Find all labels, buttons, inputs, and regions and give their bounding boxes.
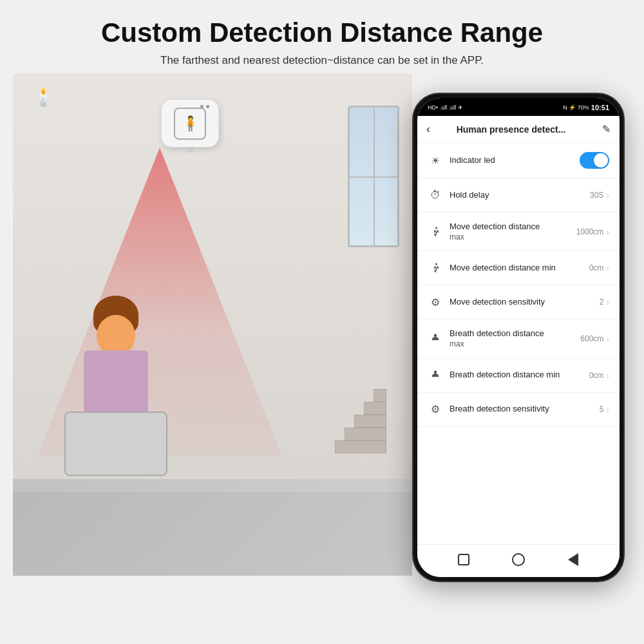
hold-delay-icon: ⏱ [428,187,443,203]
sensor-port [187,147,193,152]
move-dist-min-right: 0cm › [589,263,609,273]
move-sensitivity-right: 2 › [600,297,609,307]
chandelier-decoration: 🕯️ [32,86,55,108]
move-dist-max-icon [428,224,443,240]
sensor-icon: 🧍 [174,108,206,140]
settings-item-breath-dist-max[interactable]: Breath detection distance max 600cm › [417,319,620,358]
breath-dist-max-chevron: › [606,334,609,344]
hold-delay-label: Hold delay [450,190,590,201]
person-laptop [64,412,167,476]
status-icons: N ⚡ 70% [563,104,589,111]
hold-delay-right: 30S › [590,190,609,200]
indicator-led-label: Indicator led [450,155,580,166]
sensor-dots [200,105,209,108]
status-right: N ⚡ 70% 10:51 [563,104,609,111]
move-dist-max-right: 1000cm › [576,227,609,237]
indicator-led-content: Indicator led [450,155,580,166]
sensor-dot-1 [200,105,204,108]
breath-dist-max-right: 600cm › [580,334,609,344]
breath-dist-min-chevron: › [606,370,609,381]
stair-4 [345,428,386,440]
move-sensitivity-content: Move detection sensitivity [450,297,600,308]
move-sensitivity-value: 2 [600,298,604,307]
breath-dist-min-value: 0cm [589,371,604,380]
phone-screen: HD• .ull .ull ✈ N ⚡ 70% 10:51 ‹ Human pr… [417,98,620,577]
move-dist-max-label2: max [450,232,576,242]
breath-dist-max-label2: max [450,339,580,348]
nav-square-icon [458,554,469,565]
window-divider-v [374,108,375,245]
move-dist-min-label: Move detection distance min [450,263,589,274]
breath-dist-min-label: Breath detection distance min [450,370,589,381]
content-area: 🕯️ [0,73,644,644]
stair-3 [354,415,386,428]
hold-delay-chevron: › [606,190,609,200]
breath-dist-max-content: Breath detection distance max [450,328,580,348]
settings-item-breath-sensitivity[interactable]: ⚙ Breath detection sensitivity 5 › [417,393,620,427]
move-sensitivity-icon: ⚙ [428,294,443,310]
move-dist-max-label: Move detection distance [450,222,576,232]
hold-delay-content: Hold delay [450,190,590,201]
room-window [348,106,399,247]
indicator-led-right [580,152,609,169]
breath-dist-min-icon [428,368,443,383]
edit-button[interactable]: ✎ [602,123,611,135]
breath-sensitivity-label: Breath detection sensitivity [450,404,600,415]
nav-circle-icon [512,553,525,566]
settings-item-move-dist-min[interactable]: Move detection distance min 0cm › [417,251,620,285]
sensor-person-icon: 🧍 [182,115,199,132]
nav-home-btn[interactable] [510,551,527,568]
move-dist-max-chevron: › [606,227,609,237]
breath-sensitivity-content: Breath detection sensitivity [450,404,600,415]
indicator-led-icon: ☀ [428,153,443,168]
sensor-box: 🧍 [161,99,219,147]
nav-recent-btn[interactable] [565,551,582,568]
status-left: HD• .ull .ull ✈ [428,104,463,111]
stair-1 [374,389,386,402]
breath-sensitivity-chevron: › [606,404,609,415]
move-sensitivity-label: Move detection sensitivity [450,297,600,308]
app-title: Human presence detect... [435,124,587,135]
stair-2 [364,402,386,415]
settings-list: ☀ Indicator led ⏱ Hold delay [417,143,620,544]
breath-dist-max-label: Breath detection distance [450,328,580,339]
breath-sensitivity-icon: ⚙ [428,402,443,417]
breath-dist-max-icon [428,331,443,346]
status-bar: HD• .ull .ull ✈ N ⚡ 70% 10:51 [417,98,620,116]
breath-dist-min-content: Breath detection distance min [450,370,589,381]
stair-5 [335,440,386,453]
move-dist-min-icon [428,260,443,276]
indicator-led-toggle[interactable] [580,152,609,169]
status-time: 10:51 [591,104,609,111]
nav-back-btn[interactable] [455,551,472,568]
move-sensitivity-chevron: › [606,297,609,307]
move-dist-min-value: 0cm [589,263,604,272]
settings-item-breath-dist-min[interactable]: Breath detection distance min 0cm › [417,359,620,393]
page-title: Custom Detection Distance Range [13,18,631,48]
page-wrapper: Custom Detection Distance Range The fart… [0,0,644,644]
move-dist-max-value: 1000cm [576,227,604,236]
move-dist-min-content: Move detection distance min [450,263,589,274]
nav-triangle-icon [568,553,578,566]
breath-dist-max-value: 600cm [580,334,603,343]
hold-delay-value: 30S [590,191,603,200]
breath-sensitivity-value: 5 [600,405,604,414]
phone-mockup: HD• .ull .ull ✈ N ⚡ 70% 10:51 ‹ Human pr… [412,93,625,582]
sensor-dot-2 [206,105,209,108]
settings-item-indicator-led[interactable]: ☀ Indicator led [417,143,620,178]
settings-item-move-dist-max[interactable]: Move detection distance max 1000cm › [417,213,620,251]
back-button[interactable]: ‹ [426,122,430,136]
status-signal: HD• .ull .ull ✈ [428,104,463,111]
svg-point-3 [434,370,437,374]
app-header: ‹ Human presence detect... ✎ [417,116,620,143]
page-subtitle: The farthest and nearest detection~dista… [13,54,631,67]
couch-seat [13,492,412,576]
move-dist-max-content: Move detection distance max [450,222,576,242]
room-scene: 🕯️ [13,73,412,576]
move-dist-min-chevron: › [606,263,609,273]
sensor-device: 🧍 [161,99,225,157]
settings-item-hold-delay[interactable]: ⏱ Hold delay 30S › [417,178,620,213]
settings-item-move-sensitivity[interactable]: ⚙ Move detection sensitivity 2 › [417,285,620,319]
breath-dist-min-right: 0cm › [589,370,609,381]
phone-bottom-bar [417,544,620,577]
